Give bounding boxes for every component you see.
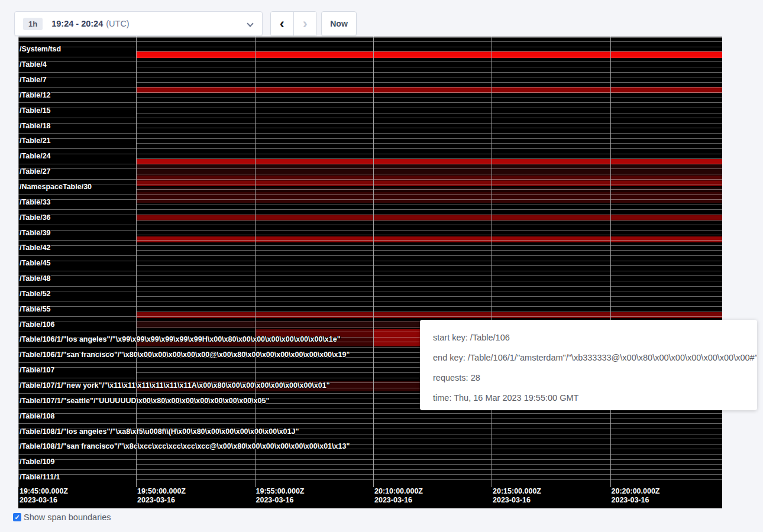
heat-band xyxy=(136,192,722,203)
heat-band xyxy=(136,159,722,164)
span-label: /Table/15 xyxy=(20,106,51,115)
span-label: /Table/107 xyxy=(20,366,55,374)
x-axis-tick: 19:50:00.000Z2023-03-16 xyxy=(137,487,186,505)
span-label: /Table/106 xyxy=(20,320,55,329)
span-label: /Table/107/1/"seattle"/"UUUUUUD\x00\x80\… xyxy=(20,397,269,405)
tick-time: 20:10:00.000Z xyxy=(374,487,423,496)
span-label: /Table/45 xyxy=(20,259,51,267)
hover-tooltip: start key: /Table/106end key: /Table/106… xyxy=(420,320,757,410)
tick-time: 19:55:00.000Z xyxy=(256,487,305,496)
span-label: /Table/33 xyxy=(20,198,51,206)
time-range-duration-badge: 1h xyxy=(23,18,43,30)
span-label: /Table/108/1/"san francisco"/"\x8c\xcc\x… xyxy=(20,442,350,450)
time-gridline xyxy=(373,37,374,487)
heat-band xyxy=(136,236,722,242)
span-label: /Table/109 xyxy=(20,458,55,466)
tick-date: 2023-03-16 xyxy=(612,496,660,505)
span-label: /Table/106/1/"san francisco"/"\x80\x00\x… xyxy=(20,351,350,359)
tooltip-line: start key: /Table/106 xyxy=(433,327,744,348)
heat-band xyxy=(136,51,722,58)
x-axis-tick: 20:15:00.000Z2023-03-16 xyxy=(493,487,541,505)
span-label: /System/tsd xyxy=(20,45,61,53)
heat-band xyxy=(136,337,373,346)
heat-band xyxy=(255,329,374,338)
span-label: /Table/108/1/"los angeles"/"\xa8\xf5\u00… xyxy=(20,427,299,436)
heat-band xyxy=(136,181,722,186)
span-label: /Table/55 xyxy=(20,305,51,313)
footer-controls: ✓ Show span boundaries xyxy=(13,512,111,522)
tick-time: 20:20:00.000Z xyxy=(612,487,660,496)
span-label: /Table/24 xyxy=(20,152,51,160)
tick-date: 2023-03-16 xyxy=(256,496,305,505)
span-label: /Table/21 xyxy=(20,137,51,145)
heat-band xyxy=(136,164,722,176)
span-label: /Table/42 xyxy=(20,244,51,252)
heat-band xyxy=(136,312,722,318)
heat-band xyxy=(136,215,722,220)
x-axis-tick: 19:55:00.000Z2023-03-16 xyxy=(256,487,305,505)
tooltip-line: time: Thu, 16 Mar 2023 19:55:00 GMT xyxy=(433,388,744,408)
time-gridline xyxy=(255,37,256,487)
time-nav-group: ‹ › xyxy=(270,11,317,36)
toolbar: 1h 19:24 - 20:24 (UTC) ‹ › Now xyxy=(0,0,763,37)
tick-date: 2023-03-16 xyxy=(493,496,541,505)
time-range-timezone: (UTC) xyxy=(106,19,129,28)
heat-band xyxy=(136,187,722,192)
span-boundary-line xyxy=(18,37,722,38)
span-label: /Table/39 xyxy=(20,229,51,237)
span-label: /Table/111/1 xyxy=(20,473,60,481)
chevron-down-icon xyxy=(247,20,253,27)
span-label: /NamespaceTable/30 xyxy=(20,183,92,191)
tick-time: 19:50:00.000Z xyxy=(137,487,186,496)
heat-band xyxy=(136,176,722,181)
span-label: /Table/108 xyxy=(20,412,55,420)
span-label: /Table/12 xyxy=(20,91,51,99)
span-boundary-lines-right xyxy=(136,41,722,485)
tick-time: 20:15:00.000Z xyxy=(493,487,541,496)
tooltip-line: requests: 28 xyxy=(433,368,744,388)
span-label: /Table/18 xyxy=(20,122,51,130)
show-span-boundaries-label: Show span boundaries xyxy=(24,512,111,522)
tick-date: 2023-03-16 xyxy=(137,496,186,505)
span-label: /Table/52 xyxy=(20,290,51,298)
span-label: /Table/36 xyxy=(20,213,51,222)
time-range-select[interactable]: 1h 19:24 - 20:24 (UTC) xyxy=(14,11,263,36)
time-range-value: 19:24 - 20:24 xyxy=(51,19,103,28)
span-label: /Table/4 xyxy=(20,60,47,69)
tick-time: 19:45:00.000Z xyxy=(20,487,68,496)
prev-range-button[interactable]: ‹ xyxy=(271,12,294,35)
time-gridline xyxy=(492,37,492,487)
heat-band xyxy=(136,87,722,93)
time-gridline xyxy=(610,37,611,487)
time-gridline xyxy=(136,37,137,487)
span-label: /Table/48 xyxy=(20,274,51,283)
now-button[interactable]: Now xyxy=(321,11,357,36)
x-axis-tick: 20:10:00.000Z2023-03-16 xyxy=(374,487,423,505)
tick-date: 2023-03-16 xyxy=(20,496,68,505)
tooltip-line: end key: /Table/106/1/"amsterdam"/"\xb33… xyxy=(433,348,744,368)
span-label: /Table/27 xyxy=(20,167,51,176)
span-label: /Table/7 xyxy=(20,76,47,84)
time-gridline xyxy=(18,37,19,487)
x-axis-tick: 19:45:00.000Z2023-03-16 xyxy=(20,487,68,505)
next-range-button[interactable]: › xyxy=(294,12,317,35)
x-axis-tick: 20:20:00.000Z2023-03-16 xyxy=(612,487,660,505)
tick-date: 2023-03-16 xyxy=(374,496,423,505)
show-span-boundaries-checkbox[interactable]: ✓ xyxy=(13,513,21,521)
span-boundary-lines-left xyxy=(18,41,136,485)
key-visualizer-canvas[interactable]: /System/tsd/Table/4/Table/7/Table/12/Tab… xyxy=(18,37,722,508)
